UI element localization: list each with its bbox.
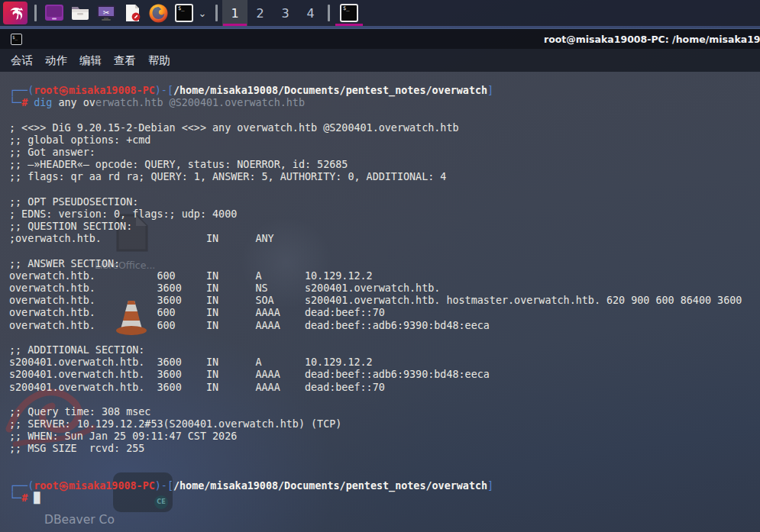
menu-view[interactable]: 查看 <box>114 52 136 69</box>
terminal-line: ;; WHEN: Sun Jan 25 09:11:47 CST 2026 <box>9 430 742 443</box>
terminal-line: overwatch.htb. 3600 IN SOA s200401.overw… <box>9 295 742 307</box>
terminal-line <box>9 394 742 406</box>
workspace-1[interactable]: 1 <box>222 0 247 26</box>
terminal-line: ;; ANSWER SECTION: <box>9 258 742 270</box>
taskbar-separator <box>215 5 218 21</box>
terminal-line: ;; global options: +cmd <box>9 134 742 147</box>
terminal-line: overwatch.htb. 600 IN AAAA dead:beef::70 <box>9 307 742 319</box>
terminal-viewport[interactable]: LibreOffice... CE DBeaver Co ┌──(root㉿mi… <box>0 72 760 532</box>
launcher-terminal[interactable] <box>43 2 66 24</box>
terminal-line: overwatch.htb. 600 IN A 10.129.12.2 <box>9 270 742 282</box>
menu-help[interactable]: 帮助 <box>148 52 170 69</box>
kali-dragon-icon <box>6 4 24 22</box>
dbeaver-label-ghost: DBeaver Co <box>44 513 115 527</box>
launcher-text-editor[interactable] <box>121 2 144 24</box>
svg-text:✂: ✂ <box>103 8 109 17</box>
window-title: root@misaka19008-PC: /home/misaka19008/D… <box>544 29 760 49</box>
terminal-line: ;; ADDITIONAL SECTION: <box>9 344 742 356</box>
workspace-switcher: 1 2 3 4 <box>222 0 323 26</box>
text-editor-icon <box>121 3 143 23</box>
terminal-line: s200401.overwatch.htb. 3600 IN AAAA dead… <box>9 369 742 381</box>
terminal-line: ;overwatch.htb. IN ANY <box>9 233 742 245</box>
terminal-line: s200401.overwatch.htb. 3600 IN AAAA dead… <box>9 382 742 394</box>
terminal-line: ┌──(root㉿misaka19008-PC)-[/home/misaka19… <box>9 85 742 97</box>
terminal-line: s200401.overwatch.htb. 3600 IN A 10.129.… <box>9 356 742 369</box>
terminal-line: ;; flags: qr aa rd ra; QUERY: 1, ANSWER:… <box>9 171 742 183</box>
launcher-dropdown-terminal[interactable]: $_ <box>173 2 196 24</box>
kali-menu-button[interactable] <box>3 2 27 24</box>
terminal-line: ;; Got answer: <box>9 147 742 159</box>
taskbar-separator <box>34 5 37 21</box>
terminal-line: overwatch.htb. 3600 IN NS s200401.overwa… <box>9 282 742 295</box>
launcher-file-manager[interactable] <box>69 2 92 24</box>
taskbar: ✂ $_ ⌄ 1 2 3 4 <box>0 0 760 26</box>
taskbar-separator <box>328 5 330 21</box>
window-titlebar[interactable]: $_ root@misaka19008-PC: /home/misaka1900… <box>0 29 760 49</box>
terminal-window-icon: $_ <box>340 4 358 22</box>
terminal-line: ;; SERVER: 10.129.12.2#53(S200401.overwa… <box>9 418 742 430</box>
terminal-line: ;; Query time: 308 msec <box>9 406 742 418</box>
window-menubar: 会话 动作 编辑 查看 帮助 <box>0 49 760 72</box>
terminal-line: ;; QUESTION SECTION: <box>9 221 742 233</box>
terminal-line: ; EDNS: version: 0, flags:; udp: 4000 <box>9 208 742 221</box>
workspace-2[interactable]: 2 <box>247 0 273 26</box>
terminal-line <box>9 332 742 344</box>
terminal-line: ;; MSG SIZE rcvd: 255 <box>9 443 742 455</box>
terminal-line <box>9 184 742 196</box>
terminal-icon: $_ <box>11 34 22 45</box>
menu-edit[interactable]: 编辑 <box>79 52 102 69</box>
terminal-icon <box>44 3 65 23</box>
dropdown-terminal-icon: $_ <box>175 4 193 22</box>
workspace-3[interactable]: 3 <box>273 0 298 26</box>
firefox-icon <box>148 3 169 24</box>
qterminal-window: $_ root@misaka19008-PC: /home/misaka1900… <box>0 28 760 532</box>
terminal-line: overwatch.htb. 600 IN AAAA dead:beef::ad… <box>9 320 742 332</box>
terminal-output: ┌──(root㉿misaka19008-PC)-[/home/misaka19… <box>9 85 742 505</box>
terminal-line: ; <<>> DiG 9.20.15-2-Debian <<>> any ove… <box>9 122 742 134</box>
taskbar-window-button[interactable]: $_ <box>335 0 364 26</box>
chevron-down-icon[interactable]: ⌄ <box>197 8 208 19</box>
launcher-firefox[interactable] <box>147 2 170 24</box>
terminal-line <box>9 109 742 121</box>
terminal-line: ┌──(root㉿misaka19008-PC)-[/home/misaka19… <box>9 480 742 492</box>
terminal-line: ;; OPT PSEUDOSECTION: <box>9 196 742 208</box>
launcher-screenshot-tool[interactable]: ✂ <box>95 2 118 24</box>
terminal-line: └─# dig any overwatch.htb @S200401.overw… <box>9 97 742 109</box>
menu-actions[interactable]: 动作 <box>45 52 67 69</box>
terminal-line: └─# █ <box>9 492 742 505</box>
terminal-line <box>9 456 742 468</box>
terminal-line <box>9 468 742 480</box>
menu-session[interactable]: 会话 <box>11 52 33 69</box>
terminal-line: ;; —»HEADER«— opcode: QUERY, status: NOE… <box>9 159 742 171</box>
terminal-line <box>9 245 742 257</box>
screenshot-icon: ✂ <box>95 3 117 23</box>
workspace-4[interactable]: 4 <box>298 0 323 26</box>
folder-icon <box>70 3 91 23</box>
